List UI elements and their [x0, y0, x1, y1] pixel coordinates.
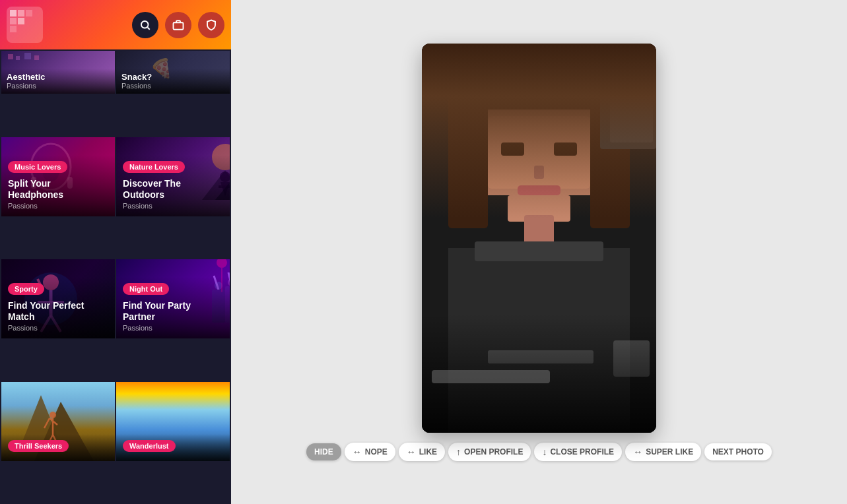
svg-rect-60 — [475, 241, 603, 261]
svg-point-6 — [141, 21, 149, 28]
aesthetic-subtitle: Passions — [7, 82, 110, 90]
svg-point-43 — [50, 412, 56, 418]
search-icon-button[interactable] — [132, 12, 158, 38]
svg-rect-12 — [34, 55, 39, 60]
next-photo-label: NEXT PHOTO — [712, 447, 764, 457]
aesthetic-title: Aesthetic — [7, 72, 110, 82]
svg-line-7 — [147, 27, 149, 29]
svg-rect-61 — [448, 83, 488, 228]
svg-rect-0 — [10, 10, 17, 16]
main-content: HIDE ↔ NOPE ↔ LIKE ↑ OPEN PROFILE ↓ CLOS… — [231, 0, 847, 504]
like-label: LIKE — [419, 447, 437, 457]
shield-icon-button[interactable] — [198, 12, 224, 38]
nature-subtitle: Passions — [123, 202, 223, 210]
thrill-tag: Thrill Seekers — [8, 440, 69, 452]
passion-card-sporty[interactable]: Sporty Find Your Perfect Match Passions — [1, 259, 115, 338]
sporty-tag: Sporty — [8, 283, 44, 295]
svg-rect-64 — [610, 77, 653, 142]
passion-card-snack[interactable]: 🍕 Snack? Passions — [116, 51, 230, 94]
passion-card-wanderlust[interactable]: Wanderlust — [116, 382, 230, 461]
nope-shortcut-icon: ↔ — [353, 447, 362, 457]
nope-label: NOPE — [365, 447, 388, 457]
super-like-shortcut-button[interactable]: ↔ SUPER LIKE — [625, 443, 701, 461]
nightout-subtitle: Passions — [123, 324, 223, 332]
svg-rect-48 — [475, 57, 603, 123]
open-profile-shortcut-button[interactable]: ↑ OPEN PROFILE — [448, 443, 531, 461]
music-title: Split Your Headphones — [8, 178, 108, 201]
svg-rect-49 — [461, 70, 617, 123]
svg-rect-5 — [10, 26, 17, 32]
svg-rect-55 — [534, 166, 544, 179]
sidebar: Aesthetic Passions 🍕 Snack? Passions — [0, 0, 231, 504]
svg-rect-9 — [8, 54, 13, 59]
close-profile-icon: ↓ — [542, 447, 547, 457]
svg-rect-54 — [554, 142, 577, 156]
super-like-shortcut-icon: ↔ — [633, 447, 642, 457]
wanderlust-tag: Wanderlust — [123, 440, 176, 452]
svg-rect-57 — [508, 195, 570, 222]
sporty-title: Find Your Perfect Match — [8, 300, 108, 323]
music-tag: Music Lovers — [8, 161, 67, 173]
svg-rect-63 — [600, 70, 656, 149]
svg-rect-11 — [24, 53, 31, 59]
profile-photo — [422, 44, 656, 433]
svg-rect-1 — [18, 10, 24, 16]
passion-card-nature[interactable]: Nature Lovers Discover The Outdoors Pass… — [116, 137, 230, 216]
passion-card-aesthetic[interactable]: Aesthetic Passions — [1, 51, 115, 94]
close-profile-shortcut-button[interactable]: ↓ CLOSE PROFILE — [534, 443, 622, 461]
svg-rect-62 — [590, 83, 630, 228]
open-profile-label: OPEN PROFILE — [464, 447, 523, 457]
svg-rect-10 — [16, 56, 20, 60]
close-profile-label: CLOSE PROFILE — [550, 447, 614, 457]
nope-shortcut-button[interactable]: ↔ NOPE — [345, 443, 395, 461]
like-shortcut-button[interactable]: ↔ LIKE — [399, 443, 445, 461]
super-like-label: SUPER LIKE — [646, 447, 693, 457]
nature-tag: Nature Lovers — [123, 161, 185, 173]
svg-rect-52 — [488, 116, 590, 189]
hide-label: HIDE — [314, 447, 333, 457]
sidebar-header — [0, 0, 231, 49]
svg-point-37 — [217, 259, 227, 268]
snack-subtitle: Passions — [121, 82, 224, 90]
passion-card-nightout[interactable]: Night Out Find Your Party Partner Passio… — [116, 259, 230, 338]
svg-rect-2 — [10, 18, 17, 24]
passion-card-music[interactable]: Music Lovers Split Your Headphones Passi… — [1, 137, 115, 216]
svg-rect-56 — [518, 185, 560, 195]
music-subtitle: Passions — [8, 202, 108, 210]
next-photo-shortcut-button[interactable]: NEXT PHOTO — [704, 443, 772, 460]
case-icon-button[interactable] — [165, 12, 191, 38]
open-profile-icon: ↑ — [456, 447, 461, 457]
svg-rect-8 — [174, 22, 184, 30]
nightout-tag: Night Out — [123, 283, 169, 295]
nature-title: Discover The Outdoors — [123, 178, 223, 201]
svg-rect-3 — [18, 18, 24, 24]
svg-rect-4 — [26, 10, 32, 16]
shortcuts-bar: HIDE ↔ NOPE ↔ LIKE ↑ OPEN PROFILE ↓ CLOS… — [306, 443, 772, 461]
like-shortcut-icon: ↔ — [407, 447, 416, 457]
profile-card — [422, 44, 656, 433]
header-icons — [132, 12, 224, 38]
passion-card-thrill[interactable]: Thrill Seekers — [1, 382, 115, 461]
passions-grid: Aesthetic Passions 🍕 Snack? Passions — [0, 49, 231, 504]
svg-rect-50 — [448, 83, 620, 123]
svg-rect-53 — [501, 142, 524, 156]
sporty-subtitle: Passions — [8, 324, 108, 332]
snack-title: Snack? — [121, 72, 224, 82]
hide-shortcut-button[interactable]: HIDE — [306, 443, 341, 460]
svg-rect-51 — [481, 110, 597, 195]
logo — [7, 7, 43, 43]
nightout-title: Find Your Party Partner — [123, 300, 223, 323]
